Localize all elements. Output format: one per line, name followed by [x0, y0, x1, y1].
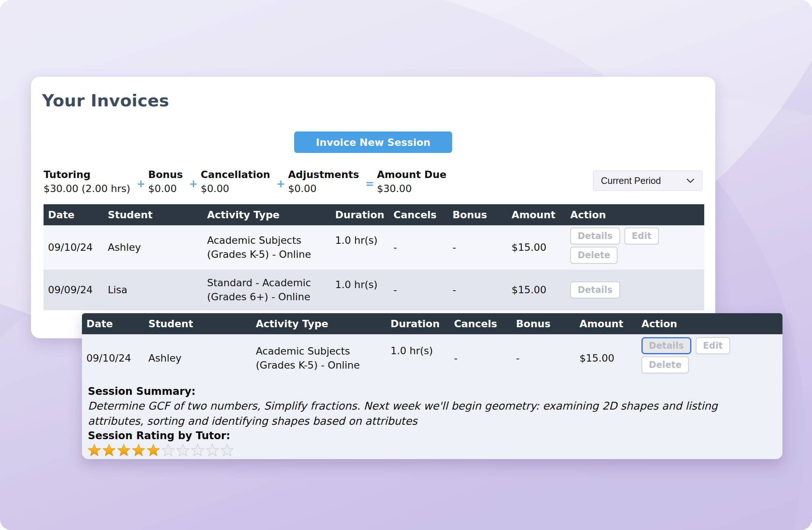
invoice-new-session-button[interactable]: Invoice New Session: [294, 131, 452, 153]
column-header-student: Student: [144, 313, 251, 334]
cell-action: Details Edit Delete: [566, 225, 704, 270]
cell-student: Lisa: [103, 270, 203, 310]
cell-activity: Academic Subjects (Grades K-5) - Online: [203, 225, 331, 270]
edit-button[interactable]: Edit: [696, 337, 730, 354]
summary-value: $0.00: [201, 181, 270, 196]
edit-button[interactable]: Edit: [625, 228, 659, 245]
detail-table-header: Date Student Activity Type Duration Canc…: [82, 313, 782, 334]
cell-student: Ashley: [144, 334, 251, 382]
summary-value: $30.00 (2.00 hrs): [44, 181, 130, 196]
column-header-amount: Amount: [575, 313, 637, 334]
star-empty-icon: [206, 444, 219, 456]
plus-operator: +: [189, 178, 197, 190]
session-summary-label: Session Summary:: [88, 384, 777, 399]
summary-tutoring: Tutoring $30.00 (2.00 hrs): [44, 168, 130, 196]
summary-label: Cancellation: [201, 168, 270, 181]
app-background: Your Invoices Invoice New Session Tutori…: [0, 0, 812, 530]
cell-bonus: -: [448, 225, 507, 270]
delete-button[interactable]: Delete: [641, 356, 689, 373]
plus-operator: +: [137, 178, 145, 190]
cell-bonus: -: [512, 334, 575, 382]
column-header-duration: Duration: [331, 204, 389, 225]
cell-amount: $15.00: [507, 225, 566, 270]
cell-duration: 1.0 hr(s): [331, 225, 389, 270]
cell-action: Details Edit Delete: [637, 334, 782, 382]
cell-student: Ashley: [103, 225, 203, 270]
star-empty-icon: [191, 444, 204, 456]
star-filled-icon: [117, 444, 130, 456]
summary-label: Amount Due: [377, 168, 446, 181]
invoices-card: Your Invoices Invoice New Session Tutori…: [31, 77, 715, 338]
column-header-bonus: Bonus: [512, 313, 575, 334]
summary-label: Adjustments: [288, 168, 359, 181]
period-select[interactable]: Current Period: [593, 171, 702, 191]
table-row: 09/10/24 Ashley Academic Subjects (Grade…: [82, 334, 782, 382]
invoice-table: Date Student Activity Type Duration Canc…: [44, 204, 704, 310]
star-empty-icon: [176, 444, 189, 456]
session-summary-text: Determine GCF of two numbers, Simplify f…: [88, 399, 771, 429]
session-rating-label: Session Rating by Tutor:: [88, 429, 777, 443]
star-filled-icon: [103, 444, 116, 456]
summary-bonus: Bonus $0.00: [148, 168, 183, 196]
page-title: Your Invoices: [42, 91, 169, 110]
star-empty-icon: [162, 444, 175, 456]
plus-operator: +: [276, 178, 285, 190]
invoice-table-header: Date Student Activity Type Duration Canc…: [44, 204, 704, 225]
cell-cancels: -: [389, 225, 448, 270]
star-filled-icon: [132, 444, 145, 456]
equals-operator: =: [365, 178, 374, 190]
cell-date: 09/10/24: [44, 225, 103, 270]
star-filled-icon: [88, 444, 101, 456]
table-row: 09/10/24 Ashley Academic Subjects (Grade…: [44, 225, 704, 270]
star-filled-icon: [147, 444, 160, 456]
cell-activity: Standard - Academic (Grades 6+) - Online: [203, 270, 331, 310]
cell-duration: 1.0 hr(s): [386, 334, 450, 382]
session-summary-block: Session Summary: Determine GCF of two nu…: [82, 382, 782, 456]
cell-action: Details: [566, 270, 704, 310]
column-header-date: Date: [44, 204, 103, 225]
cell-duration: 1.0 hr(s): [331, 270, 389, 310]
table-row: 09/09/24 Lisa Standard - Academic (Grade…: [44, 270, 704, 310]
summary-amount-due: Amount Due $30.00: [377, 168, 446, 196]
column-header-bonus: Bonus: [448, 204, 507, 225]
column-header-cancels: Cancels: [389, 204, 448, 225]
column-header-date: Date: [82, 313, 144, 334]
star-empty-icon: [221, 444, 234, 456]
cell-cancels: -: [389, 270, 448, 310]
period-select-value: Current Period: [601, 175, 661, 186]
details-button-focused[interactable]: Details: [641, 337, 691, 354]
column-header-action: Action: [566, 204, 704, 225]
column-header-cancels: Cancels: [450, 313, 512, 334]
cell-activity: Academic Subjects (Grades K-5) - Online: [251, 334, 386, 382]
cell-cancels: -: [450, 334, 512, 382]
delete-button[interactable]: Delete: [570, 247, 617, 264]
chevron-down-icon: [687, 175, 694, 183]
invoice-summary: Tutoring $30.00 (2.00 hrs) + Bonus $0.00…: [44, 168, 447, 196]
column-header-duration: Duration: [386, 313, 450, 334]
summary-value: $0.00: [288, 181, 359, 196]
details-button[interactable]: Details: [570, 281, 620, 298]
summary-label: Bonus: [148, 168, 183, 181]
cell-bonus: -: [448, 270, 507, 310]
column-header-amount: Amount: [507, 204, 566, 225]
column-header-activity: Activity Type: [203, 204, 331, 225]
cell-amount: $15.00: [575, 334, 637, 382]
cell-amount: $15.00: [507, 270, 566, 310]
summary-value: $30.00: [377, 181, 446, 196]
summary-adjustments: Adjustments $0.00: [288, 168, 359, 196]
details-button[interactable]: Details: [570, 228, 620, 245]
session-detail-panel: Date Student Activity Type Duration Canc…: [82, 313, 782, 459]
summary-value: $0.00: [148, 181, 183, 196]
summary-cancellation: Cancellation $0.00: [201, 168, 270, 196]
cell-date: 09/09/24: [44, 270, 103, 310]
column-header-activity: Activity Type: [251, 313, 386, 334]
summary-label: Tutoring: [44, 168, 130, 181]
session-rating-stars: [88, 444, 777, 456]
column-header-student: Student: [103, 204, 203, 225]
cell-date: 09/10/24: [82, 334, 144, 382]
column-header-action: Action: [637, 313, 782, 334]
